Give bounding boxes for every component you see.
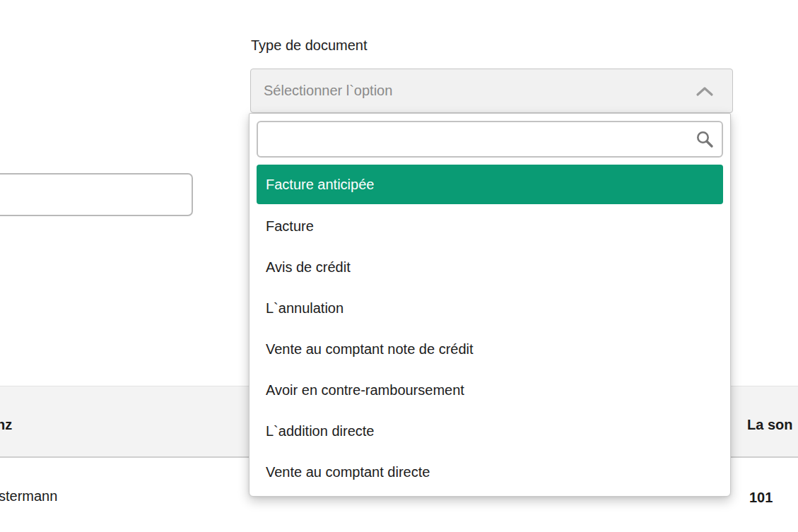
document-type-dropdown: Facture anticipée Facture Avis de crédit… xyxy=(249,113,731,497)
side-text-field[interactable] xyxy=(0,173,193,216)
option-vente-comptant-directe[interactable]: Vente au comptant directe xyxy=(257,451,723,492)
dropdown-search xyxy=(257,121,723,158)
option-vente-comptant-note-credit[interactable]: Vente au comptant note de crédit xyxy=(257,329,723,370)
dropdown-options-list: Facture anticipée Facture Avis de crédit… xyxy=(257,165,723,492)
dropdown-search-input[interactable] xyxy=(258,122,722,156)
search-icon xyxy=(696,130,714,148)
table-header-right: La son xyxy=(747,417,792,433)
option-annulation[interactable]: L`annulation xyxy=(257,288,723,329)
option-avoir-contre-ramboursement[interactable]: Avoir en contre-ramboursement xyxy=(257,370,723,410)
document-type-select[interactable]: Sélectionner l`option xyxy=(250,69,733,113)
select-placeholder: Sélectionner l`option xyxy=(251,83,696,99)
option-avis-de-credit[interactable]: Avis de crédit xyxy=(257,247,723,288)
option-addition-directe[interactable]: L`addition directe xyxy=(257,410,723,451)
table-header-left: nz xyxy=(0,417,12,433)
option-facture-anticipee[interactable]: Facture anticipée xyxy=(257,165,723,204)
document-type-label: Type de document xyxy=(251,37,368,54)
table-cell-name: stermann xyxy=(0,488,57,504)
table-cell-amount: 101 xyxy=(749,490,773,506)
option-facture[interactable]: Facture xyxy=(257,206,723,247)
chevron-up-icon xyxy=(696,85,714,97)
